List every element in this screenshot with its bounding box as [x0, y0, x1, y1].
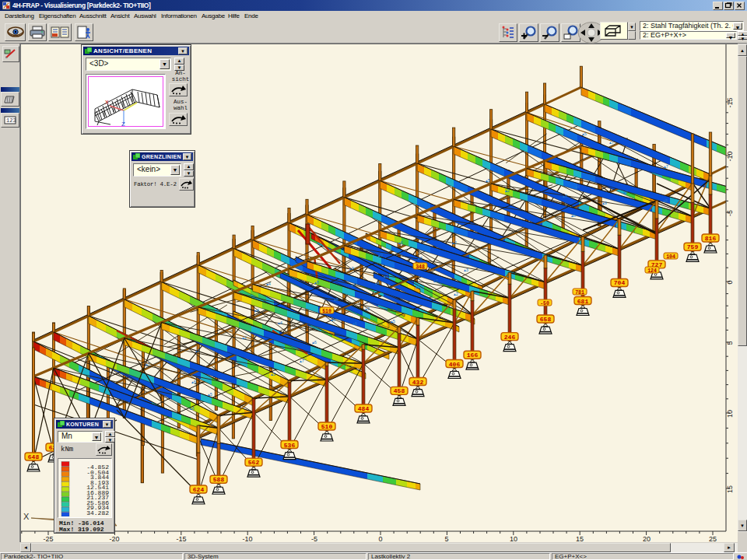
- svg-text:▴6: ▴6: [191, 380, 196, 384]
- svg-text:759: 759: [687, 243, 699, 250]
- svg-text:5: 5: [726, 341, 734, 345]
- svg-text:▴7: ▴7: [300, 359, 304, 363]
- svg-text:20: 20: [643, 535, 651, 543]
- svg-text:10: 10: [510, 535, 517, 543]
- svg-text:▴2: ▴2: [505, 188, 510, 193]
- svg-text:▴2: ▴2: [242, 335, 247, 340]
- svg-text:▴5: ▴5: [486, 178, 490, 183]
- svg-text:▴6: ▴6: [352, 321, 357, 326]
- svg-text:X: X: [105, 99, 109, 106]
- svg-text:432: 432: [412, 379, 424, 386]
- svg-text:536: 536: [284, 442, 296, 449]
- svg-text:▴3: ▴3: [271, 372, 275, 376]
- svg-text:▴4: ▴4: [375, 281, 380, 285]
- svg-text:▴6: ▴6: [418, 256, 423, 261]
- svg-text:▴9: ▴9: [602, 201, 607, 205]
- svg-text:124: 124: [647, 268, 657, 274]
- svg-text:▴8: ▴8: [663, 198, 668, 203]
- svg-text:▴6: ▴6: [398, 240, 403, 245]
- svg-text:▴6: ▴6: [190, 406, 195, 411]
- svg-text:▴4: ▴4: [575, 184, 580, 189]
- svg-text:▴6: ▴6: [312, 340, 317, 345]
- svg-text:▴2: ▴2: [454, 292, 458, 296]
- svg-text:▴5: ▴5: [416, 285, 420, 289]
- svg-text:624: 624: [193, 486, 205, 493]
- svg-text:-50: -50: [540, 301, 549, 306]
- svg-text:246: 246: [504, 334, 516, 341]
- svg-text:Z: Z: [121, 121, 125, 128]
- svg-text:510: 510: [322, 309, 331, 314]
- svg-text:588: 588: [213, 476, 225, 483]
- svg-text:▴2: ▴2: [452, 240, 457, 245]
- svg-text:▴7: ▴7: [433, 278, 438, 283]
- svg-text:348: 348: [416, 264, 425, 270]
- svg-text:▴4: ▴4: [266, 282, 271, 286]
- svg-text:5: 5: [444, 535, 448, 543]
- svg-text:▴9: ▴9: [349, 266, 354, 271]
- svg-text:▴6: ▴6: [331, 317, 335, 322]
- svg-text:-10: -10: [726, 151, 734, 161]
- svg-text:648: 648: [28, 453, 40, 460]
- svg-text:0: 0: [378, 535, 382, 543]
- svg-text:▴7: ▴7: [609, 140, 614, 145]
- svg-text:-5: -5: [311, 535, 317, 543]
- svg-text:104: 104: [666, 254, 675, 260]
- svg-text:0: 0: [726, 280, 734, 284]
- svg-text:34.282: 34.282: [86, 509, 109, 516]
- svg-text:▴7: ▴7: [146, 362, 150, 366]
- svg-text:-15: -15: [176, 535, 186, 543]
- svg-text:▴3: ▴3: [563, 194, 567, 198]
- svg-text:10: 10: [726, 410, 734, 418]
- svg-text:25: 25: [709, 535, 717, 543]
- svg-text:15: 15: [726, 485, 734, 493]
- svg-text:-20: -20: [109, 535, 119, 543]
- svg-text:X: X: [23, 512, 30, 521]
- svg-text:562: 562: [248, 459, 260, 466]
- svg-text:▴2: ▴2: [195, 348, 200, 353]
- svg-text:▴5: ▴5: [582, 131, 587, 136]
- svg-text:▴5: ▴5: [391, 319, 395, 324]
- svg-text:▴8: ▴8: [314, 280, 319, 285]
- svg-text:484: 484: [358, 405, 370, 412]
- svg-text:▴8: ▴8: [334, 297, 338, 302]
- svg-text:-25: -25: [43, 535, 53, 543]
- svg-text:-15: -15: [726, 97, 734, 107]
- svg-text:510: 510: [321, 423, 333, 430]
- svg-text:15: 15: [576, 535, 584, 543]
- svg-text:816: 816: [705, 235, 717, 242]
- svg-text:▴7: ▴7: [664, 164, 668, 169]
- svg-text:▴2: ▴2: [365, 306, 370, 311]
- svg-text:▴4: ▴4: [278, 320, 282, 325]
- svg-text:▴4: ▴4: [254, 308, 259, 313]
- svg-text:▴2: ▴2: [384, 274, 388, 278]
- svg-text:▴3: ▴3: [464, 268, 468, 272]
- svg-text:▴5: ▴5: [208, 392, 212, 397]
- svg-text:406: 406: [449, 361, 461, 368]
- svg-text:166: 166: [467, 352, 479, 359]
- svg-text:781: 781: [575, 290, 584, 296]
- svg-text:704: 704: [614, 279, 626, 286]
- svg-text:▴9: ▴9: [378, 253, 383, 257]
- svg-text:681: 681: [577, 298, 589, 305]
- svg-text:▴2: ▴2: [623, 190, 628, 194]
- svg-text:458: 458: [394, 387, 405, 394]
- svg-text:-5: -5: [726, 210, 734, 216]
- svg-text:▴4: ▴4: [351, 282, 356, 287]
- svg-text:-10: -10: [242, 535, 252, 543]
- svg-text:658: 658: [540, 316, 552, 323]
- svg-text:123: 123: [6, 117, 16, 124]
- svg-text:▴8: ▴8: [571, 213, 576, 218]
